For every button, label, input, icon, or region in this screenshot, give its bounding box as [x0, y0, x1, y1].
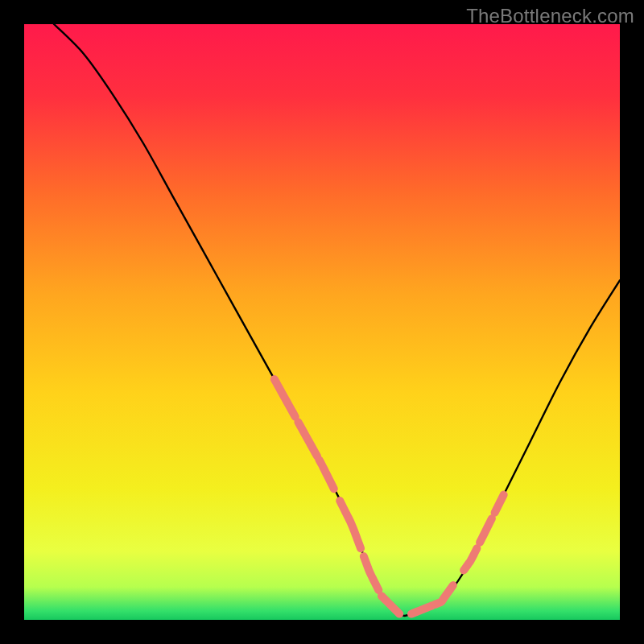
chart-frame [24, 24, 620, 620]
gradient-background [24, 24, 620, 620]
watermark-text: TheBottleneck.com [466, 5, 634, 27]
bottleneck-chart [24, 24, 620, 620]
